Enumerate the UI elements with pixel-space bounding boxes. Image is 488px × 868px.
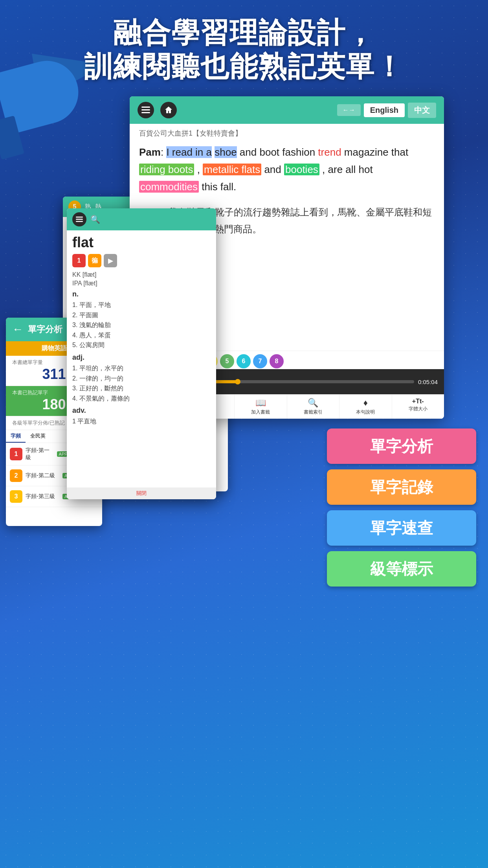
reader-subtitle: 百貨公司大血拼1【女鞋特賣會】 xyxy=(130,124,444,140)
toolbar-explain-btn[interactable]: ♦ 本句說明 xyxy=(339,395,392,419)
dict-header: 🔍 xyxy=(67,208,216,230)
dict-def-noun: 1. 平面，平地 2. 平面圖 3. 洩氣的輪胎 4. 愚人，笨蛋 5. 公寓房… xyxy=(72,300,211,350)
wa-item-text-1: 字頻-第一級 xyxy=(26,447,54,461)
dict-def-adj: 1. 平坦的，水平的 2. 一律的，均一的 3. 正好的，斷然的 4. 不景氣的… xyxy=(72,363,211,403)
level-mark-button[interactable]: 級等標示 xyxy=(327,551,476,587)
english-lang-button[interactable]: English xyxy=(364,103,405,117)
title-line2: 訓練閱聽也能熟記英單！ xyxy=(16,50,472,83)
dictionary-popup: 🔍 flat 1 徧 ▶ KK [flæt] IPA [flæt] n. 1. … xyxy=(67,208,216,499)
dict-badges: 1 徧 ▶ xyxy=(72,254,211,267)
highlight-metallic-flats: metallic flats xyxy=(203,164,261,175)
menu-icon[interactable] xyxy=(138,102,154,118)
toolbar-font-btn[interactable]: +Tt- 字體大小 xyxy=(392,395,444,419)
freq-dot-5[interactable]: 5 xyxy=(220,354,234,368)
wa-item-text-3: 字頻-第三級 xyxy=(26,493,59,500)
word-analysis-button[interactable]: 單字分析 xyxy=(327,428,476,464)
audio-total-time: 0:05:04 xyxy=(418,379,438,385)
dict-pos-noun: n. xyxy=(72,290,211,298)
dict-phonetic-kk: KK [flæt] xyxy=(72,271,211,278)
arrow-button[interactable]: ←→ xyxy=(337,104,361,116)
toolbar-bookmark-btn[interactable]: 📖 加入書籤 xyxy=(235,395,287,419)
dict-content: flat 1 徧 ▶ KK [flæt] IPA [flæt] n. 1. 平面… xyxy=(67,230,216,499)
wa-badge-3: 3 xyxy=(10,490,22,503)
highlight-booties: booties xyxy=(284,164,319,175)
font-label: 字體大小 xyxy=(409,406,427,412)
dict-word: flat xyxy=(72,234,211,251)
dict-pos-adv: adv. xyxy=(72,406,211,415)
dict-close-bar: 關閉 xyxy=(67,487,216,499)
freq-dot-7[interactable]: 7 xyxy=(253,354,267,368)
wa-back-button[interactable]: ← xyxy=(12,323,23,336)
svg-rect-5 xyxy=(76,221,83,222)
wa-badge-2: 2 xyxy=(10,469,22,482)
chinese-lang-button[interactable]: 中文 xyxy=(408,103,436,118)
dict-badge-1: 1 xyxy=(72,254,86,267)
index-label: 書籤索引 xyxy=(304,409,323,416)
explain-icon: ♦ xyxy=(363,398,368,408)
wa-item-text-2: 字頻-第二級 xyxy=(26,472,59,479)
bookmark-label: 加入書籤 xyxy=(251,409,270,416)
svg-rect-4 xyxy=(76,219,83,220)
reader-text-english: Pam: I read in a shoe and boot fashion t… xyxy=(139,143,435,196)
wa-badge-1: 1 xyxy=(10,448,22,460)
dict-phonetic-ipa: IPA [flæt] xyxy=(72,280,211,287)
feature-buttons: 單字分析 單字記錄 單字速查 級等標示 xyxy=(327,428,476,587)
highlight-trend: trend xyxy=(318,146,341,158)
word-record-button[interactable]: 單字記錄 xyxy=(327,469,476,505)
reader-header: ←→ English 中文 xyxy=(130,96,444,124)
highlight-commodities: commodities xyxy=(139,181,199,193)
svg-rect-3 xyxy=(76,217,83,218)
font-icon: +Tt- xyxy=(412,398,424,405)
speaker-name: Pam xyxy=(139,146,161,158)
dict-pos-adj: adj. xyxy=(72,353,211,362)
bookmark-icon: 📖 xyxy=(255,398,266,408)
highlight-riding-boots: riding boots xyxy=(139,164,194,175)
svg-rect-0 xyxy=(141,107,150,108)
freq-dot-8[interactable]: 8 xyxy=(270,354,284,368)
reader-header-left xyxy=(138,102,177,118)
freq-dot-6[interactable]: 6 xyxy=(237,354,251,368)
toolbar-index-btn[interactable]: 🔍 書籤索引 xyxy=(287,395,340,419)
reader-header-right: ←→ English 中文 xyxy=(337,103,436,118)
dict-search-icon: 🔍 xyxy=(90,215,100,224)
index-icon: 🔍 xyxy=(308,398,318,408)
highlight-i: I read in a xyxy=(166,146,212,158)
dict-def-adv: 1 平直地 xyxy=(72,416,211,427)
highlight-shoe: shoe xyxy=(215,146,237,158)
dict-badge-3: ▶ xyxy=(104,254,117,267)
svg-rect-1 xyxy=(141,109,150,110)
dict-badge-2: 徧 xyxy=(88,254,101,267)
title-line1: 融合學習理論設計， xyxy=(16,16,472,50)
dict-menu-icon xyxy=(72,212,86,226)
explain-label: 本句說明 xyxy=(356,409,375,416)
svg-rect-2 xyxy=(141,112,150,113)
dict-close-label: 關閉 xyxy=(136,490,147,497)
wa-title: 單字分析 xyxy=(28,324,62,335)
title-area: 融合學習理論設計， 訓練閱聽也能熟記英單！ xyxy=(0,16,488,84)
progress-bar[interactable] xyxy=(202,380,414,383)
progress-dot xyxy=(235,379,240,384)
home-icon[interactable] xyxy=(160,102,177,118)
wa-tab-freq[interactable]: 字頻 xyxy=(6,430,26,443)
word-lookup-button[interactable]: 單字速查 xyxy=(327,510,476,546)
wa-tab-national[interactable]: 全民英 xyxy=(26,430,50,443)
